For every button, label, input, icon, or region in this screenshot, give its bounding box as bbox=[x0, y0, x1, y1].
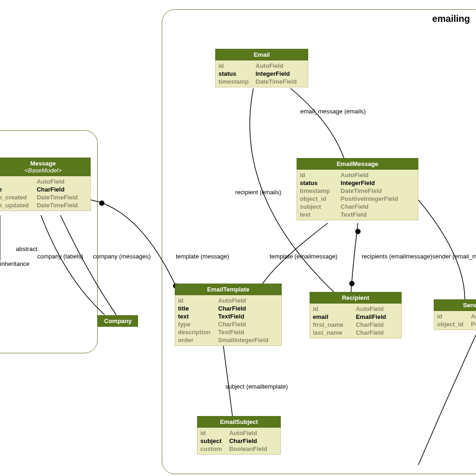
field-name: custom bbox=[200, 445, 229, 453]
field-name: title bbox=[178, 304, 218, 312]
field-name: last_name bbox=[313, 329, 356, 337]
field-name: order bbox=[178, 336, 218, 344]
entity-recipient-header: Recipient bbox=[310, 292, 402, 304]
field-type: DateTimeField bbox=[37, 193, 87, 201]
field-type: CharField bbox=[218, 320, 278, 328]
field-name: object_id bbox=[300, 195, 341, 203]
field-type: DateTimeField bbox=[341, 187, 415, 195]
field-type: DateTimeField bbox=[37, 201, 87, 209]
field-type: SmallIntegerField bbox=[218, 336, 278, 344]
entity-recipient: Recipient idAutoField emailEmailField fi… bbox=[310, 292, 402, 338]
field-name: id bbox=[218, 62, 256, 70]
field-name: status bbox=[218, 70, 256, 78]
field-type: PositiveInt bbox=[471, 320, 476, 328]
field-type: AutoField bbox=[37, 178, 87, 185]
field-name: id bbox=[178, 297, 218, 304]
field-type: AutoField bbox=[229, 429, 278, 437]
field-name: id bbox=[437, 312, 471, 320]
field-type: DateTimeField bbox=[256, 78, 305, 86]
field-type: PositiveIntegerField bbox=[341, 195, 415, 203]
field-name: status bbox=[300, 179, 341, 187]
field-name: id bbox=[300, 171, 341, 179]
field-name: e_updated bbox=[0, 201, 37, 209]
edge-label-recipients-emailmessage: recipients (emailmessage) bbox=[362, 253, 432, 260]
package-emailing: emailing bbox=[162, 9, 476, 474]
field-type: TextField bbox=[218, 328, 278, 336]
field-name: email bbox=[313, 313, 356, 321]
entity-message: Message <BaseModel> AutoField eCharField… bbox=[0, 158, 91, 211]
field-type: AutoField bbox=[356, 305, 398, 313]
field-name: timestamp bbox=[300, 187, 341, 195]
field-name: e_created bbox=[0, 193, 37, 201]
field-type: AutoField bbox=[256, 62, 305, 70]
field-name: id bbox=[313, 305, 356, 313]
field-type: CharField bbox=[356, 329, 398, 337]
diagram-canvas: { "packages": { "messages": { "title": "… bbox=[0, 0, 476, 476]
entity-message-header: Message <BaseModel> bbox=[0, 158, 91, 176]
edge-label-subject-emailtemplate: subject (emailtemplate) bbox=[225, 383, 288, 390]
entity-company: Company bbox=[98, 315, 138, 327]
entity-emailmessage: EmailMessage idAutoField statusIntegerFi… bbox=[297, 158, 418, 220]
field-name: type bbox=[178, 320, 218, 328]
field-name: e bbox=[0, 185, 37, 193]
field-name: id bbox=[200, 429, 229, 437]
field-name: first_name bbox=[313, 321, 356, 329]
edge-label-recipient-emails: recipient (emails) bbox=[235, 189, 281, 196]
field-type: CharField bbox=[37, 185, 87, 193]
entity-emailsubject-header: EmailSubject bbox=[197, 416, 281, 428]
entity-message-title: Message bbox=[30, 160, 56, 167]
svg-point-1 bbox=[99, 201, 104, 205]
field-name bbox=[0, 178, 37, 185]
entity-emailsubject: EmailSubject idAutoField subjectCharFiel… bbox=[197, 416, 281, 455]
entity-emailtemplate-header: EmailTemplate bbox=[175, 284, 282, 295]
edge-label-inheritance: inheritance bbox=[0, 260, 30, 267]
field-type: EmailField bbox=[356, 313, 398, 321]
field-type: CharField bbox=[218, 304, 278, 312]
entity-sender: Sender idAutoField object_idPositiveInt bbox=[434, 299, 476, 330]
field-type: AutoField bbox=[218, 297, 278, 304]
edge-label-abstract: abstract bbox=[16, 245, 37, 252]
entity-email: Email idAutoField statusIntegerField tim… bbox=[215, 49, 308, 87]
entity-emailmessage-header: EmailMessage bbox=[297, 158, 418, 170]
entity-sender-header: Sender bbox=[434, 299, 476, 311]
entity-email-header: Email bbox=[215, 49, 308, 60]
field-type: TextField bbox=[218, 312, 278, 320]
field-type: IntegerField bbox=[256, 70, 305, 78]
field-type: TextField bbox=[341, 211, 415, 218]
field-name: subject bbox=[200, 437, 229, 445]
entity-message-subtitle: <BaseModel> bbox=[0, 167, 87, 174]
edge-label-template-emailmessage: template (emailmessage) bbox=[270, 253, 337, 260]
field-name: description bbox=[178, 328, 218, 336]
field-type: BooleanField bbox=[229, 445, 278, 453]
field-name: subject bbox=[300, 203, 341, 211]
field-name: object_id bbox=[437, 320, 471, 328]
field-name: text bbox=[300, 211, 341, 218]
field-type: CharField bbox=[229, 437, 278, 445]
edge-label-sender-emailmessage: sender (email_message) bbox=[432, 253, 476, 260]
field-type: CharField bbox=[341, 203, 415, 211]
package-emailing-title: emailing bbox=[432, 13, 470, 24]
field-type: CharField bbox=[356, 321, 398, 329]
edge-label-company-labels: company (labels) bbox=[37, 253, 83, 260]
edge-label-company-messages: company (messages) bbox=[93, 253, 151, 260]
field-type: IntegerField bbox=[341, 179, 415, 187]
entity-emailtemplate: EmailTemplate idAutoField titleCharField… bbox=[175, 284, 282, 346]
field-name: timestamp bbox=[218, 78, 256, 86]
field-name: text bbox=[178, 312, 218, 320]
field-type: AutoField bbox=[341, 171, 415, 179]
field-type: AutoField bbox=[471, 312, 476, 320]
edge-label-template-message: template (message) bbox=[176, 253, 229, 260]
edge-label-emailmessage-emails: email_message (emails) bbox=[300, 108, 366, 115]
